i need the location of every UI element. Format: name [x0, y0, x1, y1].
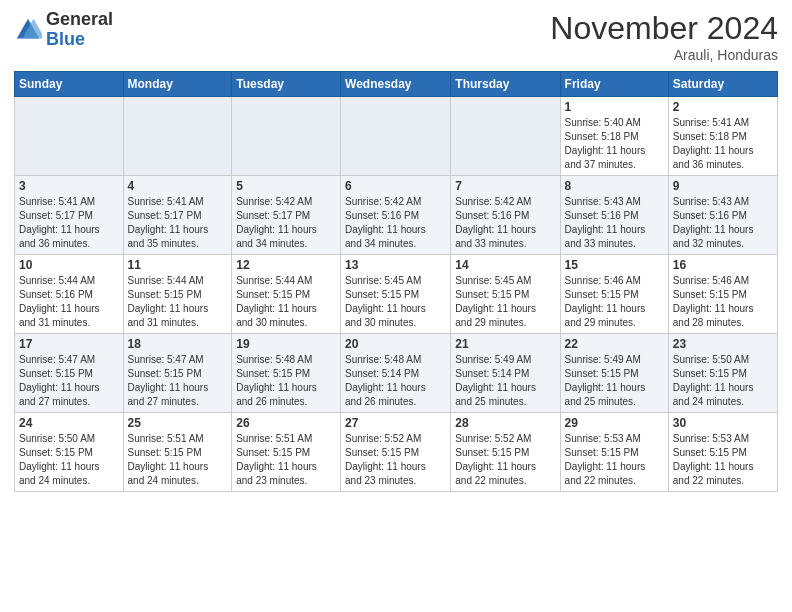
calendar-cell: 11Sunrise: 5:44 AM Sunset: 5:15 PM Dayli…	[123, 255, 232, 334]
calendar-cell: 6Sunrise: 5:42 AM Sunset: 5:16 PM Daylig…	[341, 176, 451, 255]
day-number: 1	[565, 100, 664, 114]
col-sunday: Sunday	[15, 72, 124, 97]
calendar: Sunday Monday Tuesday Wednesday Thursday…	[14, 71, 778, 492]
logo-blue-text: Blue	[46, 30, 113, 50]
calendar-cell	[123, 97, 232, 176]
calendar-cell: 5Sunrise: 5:42 AM Sunset: 5:17 PM Daylig…	[232, 176, 341, 255]
day-info: Sunrise: 5:49 AM Sunset: 5:15 PM Dayligh…	[565, 353, 664, 409]
calendar-cell: 20Sunrise: 5:48 AM Sunset: 5:14 PM Dayli…	[341, 334, 451, 413]
col-friday: Friday	[560, 72, 668, 97]
day-info: Sunrise: 5:44 AM Sunset: 5:15 PM Dayligh…	[236, 274, 336, 330]
calendar-header: Sunday Monday Tuesday Wednesday Thursday…	[15, 72, 778, 97]
day-number: 9	[673, 179, 773, 193]
day-info: Sunrise: 5:51 AM Sunset: 5:15 PM Dayligh…	[128, 432, 228, 488]
day-info: Sunrise: 5:51 AM Sunset: 5:15 PM Dayligh…	[236, 432, 336, 488]
day-info: Sunrise: 5:53 AM Sunset: 5:15 PM Dayligh…	[673, 432, 773, 488]
calendar-cell: 3Sunrise: 5:41 AM Sunset: 5:17 PM Daylig…	[15, 176, 124, 255]
day-number: 10	[19, 258, 119, 272]
calendar-cell	[451, 97, 560, 176]
calendar-week-row: 1Sunrise: 5:40 AM Sunset: 5:18 PM Daylig…	[15, 97, 778, 176]
calendar-cell: 21Sunrise: 5:49 AM Sunset: 5:14 PM Dayli…	[451, 334, 560, 413]
calendar-cell: 14Sunrise: 5:45 AM Sunset: 5:15 PM Dayli…	[451, 255, 560, 334]
calendar-cell: 28Sunrise: 5:52 AM Sunset: 5:15 PM Dayli…	[451, 413, 560, 492]
day-info: Sunrise: 5:49 AM Sunset: 5:14 PM Dayligh…	[455, 353, 555, 409]
calendar-cell	[341, 97, 451, 176]
logo: General Blue	[14, 10, 113, 50]
calendar-cell: 27Sunrise: 5:52 AM Sunset: 5:15 PM Dayli…	[341, 413, 451, 492]
day-number: 23	[673, 337, 773, 351]
calendar-cell: 22Sunrise: 5:49 AM Sunset: 5:15 PM Dayli…	[560, 334, 668, 413]
day-number: 24	[19, 416, 119, 430]
day-info: Sunrise: 5:46 AM Sunset: 5:15 PM Dayligh…	[565, 274, 664, 330]
calendar-week-row: 10Sunrise: 5:44 AM Sunset: 5:16 PM Dayli…	[15, 255, 778, 334]
location: Arauli, Honduras	[550, 47, 778, 63]
day-info: Sunrise: 5:43 AM Sunset: 5:16 PM Dayligh…	[565, 195, 664, 251]
calendar-cell	[15, 97, 124, 176]
page: General Blue November 2024 Arauli, Hondu…	[0, 0, 792, 506]
col-tuesday: Tuesday	[232, 72, 341, 97]
day-number: 21	[455, 337, 555, 351]
day-number: 7	[455, 179, 555, 193]
day-info: Sunrise: 5:48 AM Sunset: 5:14 PM Dayligh…	[345, 353, 446, 409]
day-info: Sunrise: 5:45 AM Sunset: 5:15 PM Dayligh…	[455, 274, 555, 330]
logo-icon	[14, 16, 42, 44]
calendar-cell: 17Sunrise: 5:47 AM Sunset: 5:15 PM Dayli…	[15, 334, 124, 413]
day-info: Sunrise: 5:52 AM Sunset: 5:15 PM Dayligh…	[455, 432, 555, 488]
day-number: 4	[128, 179, 228, 193]
calendar-week-row: 24Sunrise: 5:50 AM Sunset: 5:15 PM Dayli…	[15, 413, 778, 492]
header: General Blue November 2024 Arauli, Hondu…	[14, 10, 778, 63]
day-info: Sunrise: 5:40 AM Sunset: 5:18 PM Dayligh…	[565, 116, 664, 172]
calendar-cell: 7Sunrise: 5:42 AM Sunset: 5:16 PM Daylig…	[451, 176, 560, 255]
day-info: Sunrise: 5:42 AM Sunset: 5:16 PM Dayligh…	[455, 195, 555, 251]
calendar-cell: 4Sunrise: 5:41 AM Sunset: 5:17 PM Daylig…	[123, 176, 232, 255]
day-number: 5	[236, 179, 336, 193]
day-info: Sunrise: 5:48 AM Sunset: 5:15 PM Dayligh…	[236, 353, 336, 409]
day-info: Sunrise: 5:47 AM Sunset: 5:15 PM Dayligh…	[19, 353, 119, 409]
calendar-week-row: 3Sunrise: 5:41 AM Sunset: 5:17 PM Daylig…	[15, 176, 778, 255]
calendar-cell: 29Sunrise: 5:53 AM Sunset: 5:15 PM Dayli…	[560, 413, 668, 492]
day-number: 18	[128, 337, 228, 351]
day-number: 12	[236, 258, 336, 272]
col-wednesday: Wednesday	[341, 72, 451, 97]
day-number: 22	[565, 337, 664, 351]
calendar-cell: 10Sunrise: 5:44 AM Sunset: 5:16 PM Dayli…	[15, 255, 124, 334]
day-info: Sunrise: 5:44 AM Sunset: 5:15 PM Dayligh…	[128, 274, 228, 330]
day-info: Sunrise: 5:47 AM Sunset: 5:15 PM Dayligh…	[128, 353, 228, 409]
day-number: 19	[236, 337, 336, 351]
day-info: Sunrise: 5:50 AM Sunset: 5:15 PM Dayligh…	[19, 432, 119, 488]
day-number: 16	[673, 258, 773, 272]
calendar-cell: 24Sunrise: 5:50 AM Sunset: 5:15 PM Dayli…	[15, 413, 124, 492]
calendar-cell: 2Sunrise: 5:41 AM Sunset: 5:18 PM Daylig…	[668, 97, 777, 176]
calendar-cell: 23Sunrise: 5:50 AM Sunset: 5:15 PM Dayli…	[668, 334, 777, 413]
calendar-cell: 15Sunrise: 5:46 AM Sunset: 5:15 PM Dayli…	[560, 255, 668, 334]
col-monday: Monday	[123, 72, 232, 97]
day-number: 25	[128, 416, 228, 430]
day-info: Sunrise: 5:45 AM Sunset: 5:15 PM Dayligh…	[345, 274, 446, 330]
month-title: November 2024	[550, 10, 778, 47]
day-info: Sunrise: 5:43 AM Sunset: 5:16 PM Dayligh…	[673, 195, 773, 251]
day-info: Sunrise: 5:46 AM Sunset: 5:15 PM Dayligh…	[673, 274, 773, 330]
day-number: 28	[455, 416, 555, 430]
day-number: 3	[19, 179, 119, 193]
day-number: 8	[565, 179, 664, 193]
calendar-cell: 8Sunrise: 5:43 AM Sunset: 5:16 PM Daylig…	[560, 176, 668, 255]
day-info: Sunrise: 5:52 AM Sunset: 5:15 PM Dayligh…	[345, 432, 446, 488]
day-info: Sunrise: 5:41 AM Sunset: 5:17 PM Dayligh…	[128, 195, 228, 251]
day-number: 20	[345, 337, 446, 351]
day-info: Sunrise: 5:50 AM Sunset: 5:15 PM Dayligh…	[673, 353, 773, 409]
title-block: November 2024 Arauli, Honduras	[550, 10, 778, 63]
calendar-cell: 25Sunrise: 5:51 AM Sunset: 5:15 PM Dayli…	[123, 413, 232, 492]
day-number: 27	[345, 416, 446, 430]
col-thursday: Thursday	[451, 72, 560, 97]
header-row: Sunday Monday Tuesday Wednesday Thursday…	[15, 72, 778, 97]
logo-general-text: General	[46, 10, 113, 30]
day-number: 14	[455, 258, 555, 272]
day-info: Sunrise: 5:42 AM Sunset: 5:16 PM Dayligh…	[345, 195, 446, 251]
day-info: Sunrise: 5:42 AM Sunset: 5:17 PM Dayligh…	[236, 195, 336, 251]
day-number: 30	[673, 416, 773, 430]
calendar-cell: 30Sunrise: 5:53 AM Sunset: 5:15 PM Dayli…	[668, 413, 777, 492]
day-number: 2	[673, 100, 773, 114]
day-info: Sunrise: 5:41 AM Sunset: 5:18 PM Dayligh…	[673, 116, 773, 172]
day-info: Sunrise: 5:53 AM Sunset: 5:15 PM Dayligh…	[565, 432, 664, 488]
day-number: 6	[345, 179, 446, 193]
